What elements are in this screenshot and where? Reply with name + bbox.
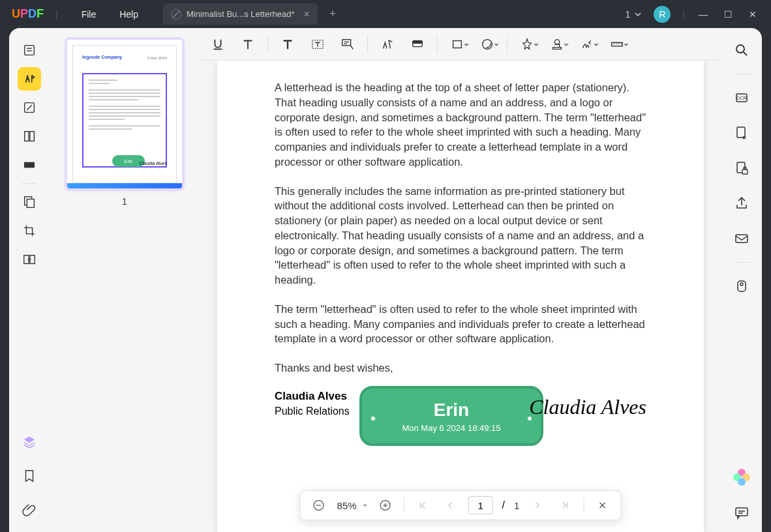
bookmark-button[interactable] — [18, 464, 41, 488]
total-pages: 1 — [514, 500, 519, 511]
document-viewport[interactable]: A letterhead is the heading at the top o… — [200, 61, 721, 532]
last-page-button[interactable] — [556, 496, 574, 514]
textbox-tool[interactable] — [303, 32, 332, 57]
header-page-indicator[interactable]: 1 — [626, 9, 642, 20]
svg-rect-4 — [25, 132, 29, 141]
page-thumbnail[interactable]: Ingoude Company 6 Mar 2024 Erin Claudia … — [67, 40, 182, 188]
close-navbar-button[interactable] — [593, 496, 611, 514]
batch-button[interactable] — [730, 274, 753, 298]
svg-rect-15 — [453, 40, 462, 48]
svg-rect-6 — [25, 162, 35, 167]
crop-tool[interactable] — [18, 219, 41, 243]
thumbnail-panel: Ingoude Company 6 Mar 2024 Erin Claudia … — [50, 28, 200, 532]
underline-tool[interactable] — [204, 32, 232, 57]
first-page-button[interactable] — [414, 496, 432, 514]
title-bar: UPDF | File Help Minimalist Bu...s Lette… — [0, 0, 771, 28]
email-button[interactable] — [730, 227, 753, 250]
callout-tool[interactable] — [333, 32, 362, 57]
convert-button[interactable] — [730, 121, 753, 145]
zoom-in-button[interactable] — [376, 496, 395, 514]
reader-tool[interactable] — [18, 38, 41, 62]
document-tab[interactable]: Minimalist Bu...s Letterhead* × — [163, 3, 318, 25]
svg-text:OCR: OCR — [736, 96, 747, 100]
sticker-tool[interactable] — [473, 32, 502, 57]
user-avatar[interactable]: R — [654, 6, 671, 23]
left-sidebar — [9, 28, 50, 532]
svg-line-25 — [744, 52, 747, 55]
svg-rect-14 — [413, 40, 423, 44]
right-sidebar: OCR — [721, 28, 762, 532]
stamp-name: Erin — [434, 400, 469, 421]
text-tool[interactable] — [234, 32, 262, 57]
svg-point-17 — [554, 39, 559, 44]
svg-rect-5 — [30, 132, 34, 141]
maximize-button[interactable]: ☐ — [721, 9, 734, 20]
svg-rect-0 — [25, 46, 35, 55]
attachment-button[interactable] — [18, 498, 41, 522]
rectangle-tool[interactable] — [443, 32, 472, 57]
pin-tool[interactable] — [513, 32, 541, 57]
signature-text: Claudia Alves — [529, 395, 646, 419]
zoom-out-button[interactable] — [310, 496, 328, 514]
chevron-down-icon — [634, 10, 642, 18]
chat-button[interactable] — [730, 501, 753, 524]
pencil-tool[interactable] — [373, 32, 402, 57]
ai-button[interactable] — [730, 466, 753, 489]
prev-page-button[interactable] — [441, 496, 459, 514]
svg-rect-8 — [27, 199, 34, 207]
svg-rect-30 — [742, 170, 748, 174]
eraser-tool[interactable] — [403, 32, 432, 57]
paragraph-3: The term "letterhead" is often used to r… — [275, 302, 646, 346]
close-button[interactable]: ✕ — [746, 9, 759, 20]
measure-tool[interactable] — [603, 32, 631, 57]
page-input[interactable] — [468, 496, 493, 514]
svg-rect-34 — [736, 508, 748, 516]
tab-close-button[interactable]: × — [303, 8, 309, 20]
document-page: A letterhead is the heading at the top o… — [217, 61, 704, 532]
menu-file[interactable]: File — [70, 9, 108, 20]
svg-point-24 — [736, 45, 744, 53]
stamp-annotation[interactable]: Erin Mon May 6 2024 18:49:15 — [359, 386, 543, 446]
menu-help[interactable]: Help — [108, 9, 150, 20]
svg-point-33 — [740, 283, 743, 286]
ocr-button[interactable]: OCR — [730, 86, 753, 110]
app-logo: UPDF — [12, 7, 44, 21]
signature-tool[interactable] — [573, 32, 601, 57]
share-button[interactable] — [730, 192, 753, 215]
next-page-button[interactable] — [528, 496, 547, 514]
typewriter-tool[interactable] — [273, 32, 302, 57]
annotation-toolbar — [200, 28, 721, 61]
organize-tool[interactable] — [18, 125, 41, 148]
navigation-bar: 85% / 1 — [300, 490, 622, 520]
stamp-tool[interactable] — [543, 32, 571, 57]
tab-icon — [171, 9, 181, 20]
comment-tool[interactable] — [18, 67, 41, 91]
svg-rect-31 — [736, 235, 748, 243]
forms-tool[interactable] — [18, 190, 41, 214]
edit-tool[interactable] — [18, 96, 41, 119]
minimize-button[interactable]: — — [697, 9, 710, 20]
thumb-signature: Claudia Alves — [139, 161, 167, 166]
thumb-date: 6 Mar 2024 — [147, 56, 167, 60]
thumb-company: Ingoude Company — [82, 55, 122, 59]
tab-title: Minimalist Bu...s Letterhead* — [187, 9, 294, 19]
zoom-dropdown[interactable]: 85% — [337, 500, 367, 511]
thumbnail-number: 1 — [122, 196, 127, 207]
redact-tool[interactable] — [18, 153, 41, 177]
stamp-date: Mon May 6 2024 18:49:15 — [402, 423, 500, 433]
thanks-line: Thanks and best wishes, — [275, 361, 646, 376]
svg-rect-28 — [737, 127, 745, 138]
svg-rect-18 — [612, 42, 623, 46]
search-button[interactable] — [730, 38, 753, 62]
layers-button[interactable] — [18, 430, 41, 454]
new-tab-button[interactable]: + — [329, 7, 337, 21]
protect-button[interactable] — [730, 156, 753, 180]
svg-rect-12 — [342, 39, 351, 45]
compare-tool[interactable] — [18, 248, 41, 271]
paragraph-2: This generally includes the same informa… — [275, 184, 646, 288]
page-separator: / — [502, 499, 505, 511]
paragraph-1: A letterhead is the heading at the top o… — [275, 80, 646, 170]
